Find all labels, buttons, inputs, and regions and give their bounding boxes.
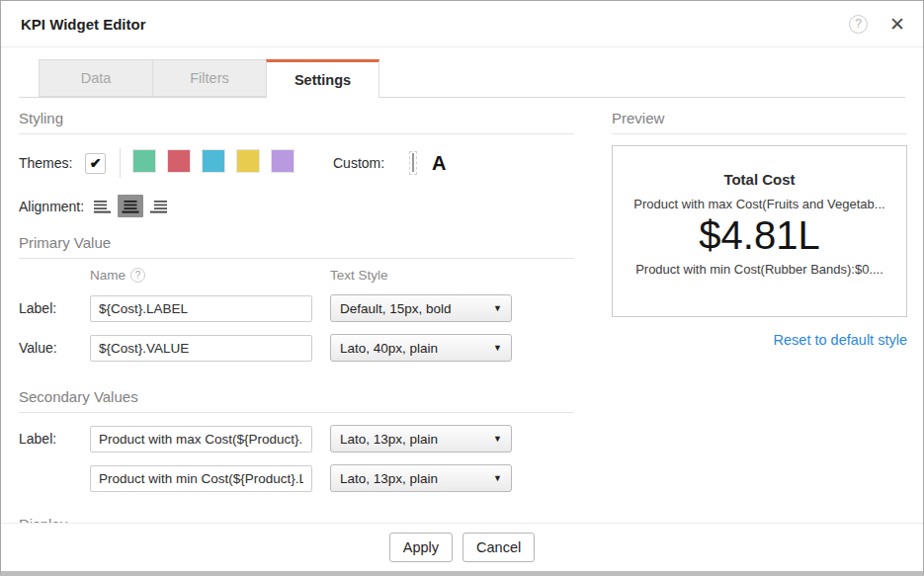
text-style-column-header: Text Style xyxy=(330,268,388,283)
preview-min-line: Product with min Cost(Rubber Bands):$0..… xyxy=(623,262,896,277)
cancel-button[interactable]: Cancel xyxy=(462,533,535,562)
secondary-min-row: Lato, 13px, plain ▼ xyxy=(19,464,574,492)
secondary-max-style-dropdown[interactable]: Lato, 13px, plain ▼ xyxy=(330,425,512,453)
apply-button[interactable]: Apply xyxy=(389,533,453,562)
secondary-min-input[interactable] xyxy=(90,465,312,492)
tab-data[interactable]: Data xyxy=(39,59,152,97)
divider xyxy=(120,148,121,178)
close-icon[interactable]: ✕ xyxy=(889,15,905,34)
align-center-icon xyxy=(122,200,139,213)
theme-color-swatch[interactable] xyxy=(237,150,259,172)
themes-checkbox[interactable]: ✔ xyxy=(85,153,106,174)
primary-value-input[interactable] xyxy=(90,335,312,362)
dialog-footer: Apply Cancel xyxy=(1,523,923,571)
reset-default-style-link[interactable]: Reset to default style xyxy=(612,332,907,348)
kpi-widget-editor-dialog: KPI Widget Editor ? ✕ Data Filters Setti… xyxy=(0,0,924,576)
align-left-icon xyxy=(94,200,112,213)
chevron-down-icon: ▼ xyxy=(493,343,502,353)
themes-label: Themes: xyxy=(19,155,85,171)
dialog-title: KPI Widget Editor xyxy=(21,16,849,33)
preview-max-line: Product with max Cost(Fruits and Vegetab… xyxy=(623,197,896,211)
dialog-header: KPI Widget Editor ? ✕ xyxy=(1,1,923,47)
align-right-button[interactable] xyxy=(145,195,171,217)
custom-color-inner xyxy=(412,153,414,172)
chevron-down-icon: ▼ xyxy=(493,303,502,313)
theme-color-swatch[interactable] xyxy=(168,150,190,172)
kpi-preview-card: Total Cost Product with max Cost(Fruits … xyxy=(612,145,907,317)
preview-panel: Preview Total Cost Product with max Cost… xyxy=(612,110,907,348)
name-help-icon[interactable]: ? xyxy=(130,268,145,283)
font-color-icon[interactable]: A xyxy=(432,152,446,175)
primary-label-caption: Label: xyxy=(19,300,90,316)
secondary-max-input[interactable] xyxy=(90,426,312,453)
primary-value-section-title: Primary Value xyxy=(19,234,574,259)
preview-section-title: Preview xyxy=(612,110,907,134)
styling-section-title: Styling xyxy=(19,110,574,134)
primary-value-caption: Value: xyxy=(19,340,90,356)
theme-color-swatch[interactable] xyxy=(133,150,155,172)
column-headers: Name ? Text Style xyxy=(19,268,574,286)
settings-panel: Styling Themes: ✔ Custom: A Alignment: xyxy=(19,110,574,558)
align-center-button[interactable] xyxy=(118,195,143,217)
tab-settings[interactable]: Settings xyxy=(266,59,379,98)
theme-swatches xyxy=(133,150,306,176)
tab-strip: Data Filters Settings xyxy=(19,59,905,98)
alignment-row: Alignment: xyxy=(19,195,574,217)
primary-value-row: Value: Lato, 40px, plain ▼ xyxy=(19,334,574,362)
secondary-values-section-title: Secondary Values xyxy=(19,388,574,413)
custom-label: Custom: xyxy=(333,155,399,171)
tab-filters[interactable]: Filters xyxy=(152,59,266,97)
secondary-min-style-dropdown[interactable]: Lato, 13px, plain ▼ xyxy=(330,464,512,492)
align-left-button[interactable] xyxy=(90,195,116,217)
align-right-icon xyxy=(149,200,167,213)
help-icon[interactable]: ? xyxy=(849,15,868,34)
primary-label-style-dropdown[interactable]: Default, 15px, bold ▼ xyxy=(330,294,512,322)
preview-kpi-value: $4.81L xyxy=(623,213,896,258)
chevron-down-icon: ▼ xyxy=(493,473,502,483)
preview-kpi-title: Total Cost xyxy=(623,171,896,188)
chevron-down-icon: ▼ xyxy=(493,434,502,444)
primary-label-row: Label: Default, 15px, bold ▼ xyxy=(19,294,574,322)
theme-color-swatch[interactable] xyxy=(203,150,224,172)
theme-color-swatch[interactable] xyxy=(272,150,294,172)
secondary-max-row: Label: Lato, 13px, plain ▼ xyxy=(19,425,574,453)
primary-label-input[interactable] xyxy=(90,295,312,322)
name-column-header: Name ? xyxy=(90,268,145,283)
alignment-label: Alignment: xyxy=(19,199,84,214)
primary-value-style-dropdown[interactable]: Lato, 40px, plain ▼ xyxy=(330,334,512,362)
themes-row: Themes: ✔ Custom: A xyxy=(19,148,574,178)
custom-color-swatch[interactable] xyxy=(409,151,417,175)
secondary-label-caption: Label: xyxy=(19,431,90,447)
